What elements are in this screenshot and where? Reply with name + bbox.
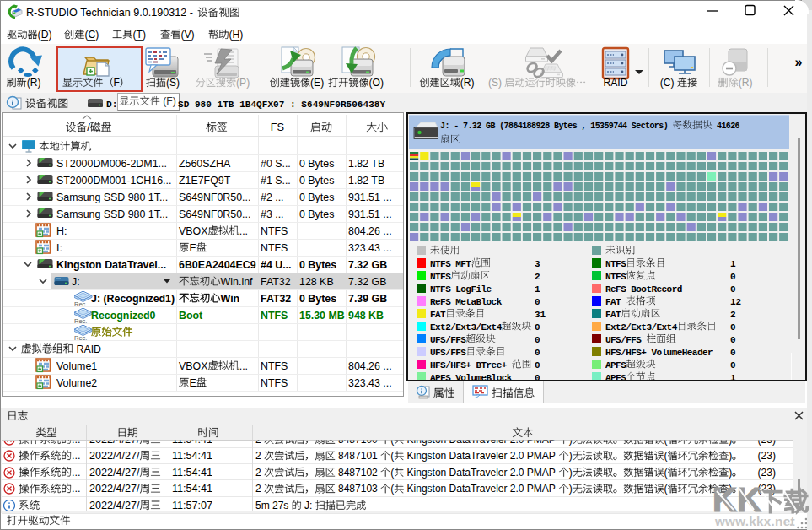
svg-text:Win.inf: Win.inf [221,276,253,288]
svg-text:(S): (S) [488,77,504,89]
svg-text:F: F [114,77,120,89]
svg-text:E: E [189,377,196,389]
svg-text:0 Bytes: 0 Bytes [299,208,334,220]
svg-text:(23): (23) [758,450,777,462]
svg-text:(23): (23) [758,434,777,446]
svg-text:(: ( [390,483,394,495]
svg-text:): ) [569,434,573,446]
svg-text:#1 S...: #1 S... [261,175,291,187]
svg-text:S649NF0R50...: S649NF0R50... [179,192,250,203]
svg-text:(R): (R) [460,77,475,89]
svg-text:11:54:41: 11:54:41 [172,434,212,446]
svg-text:Kingston DataTraveler 2.0 PMAP: Kingston DataTraveler 2.0 PMAP [404,483,558,495]
svg-text:(O): (O) [369,77,384,89]
svg-text:): ) [569,467,573,479]
svg-text:www.kkx.net: www.kkx.net [714,514,795,528]
svg-text:0: 0 [730,322,736,333]
svg-text:(R): (R) [739,77,753,89]
svg-text:0 Bytes: 0 Bytes [299,259,336,271]
svg-text:): ) [729,434,732,446]
svg-text:S649NF0R50...: S649NF0R50... [179,208,250,220]
svg-text:1: 1 [535,284,540,295]
svg-text:#3 ...: #3 ... [261,208,284,220]
svg-text:(F): (F) [160,95,176,107]
svg-text:12: 12 [730,297,741,307]
svg-text:5m 27s: 5m 27s [255,500,292,511]
svg-text:(R): (R) [27,77,41,89]
svg-text:0: 0 [730,284,736,295]
svg-text:RAID: RAID [73,343,101,355]
svg-text:Boot: Boot [179,310,202,322]
svg-text:0: 0 [535,335,540,345]
svg-text:0: 0 [535,360,540,370]
svg-text:0: 0 [535,373,540,383]
svg-text:): ) [729,467,732,479]
svg-text:6B0EA2404EC9: 6B0EA2404EC9 [179,259,256,271]
svg-text:VBOX: VBOX [179,360,207,372]
svg-text:3: 3 [535,259,540,269]
svg-text:»: » [795,55,803,69]
svg-text:2: 2 [730,310,736,320]
svg-text:Kingston DataTravel...: Kingston DataTravel... [56,259,166,271]
svg-text:(: ( [390,467,394,479]
svg-text:NTFS: NTFS [261,377,288,389]
svg-text:931.51 ...: 931.51 ... [348,208,392,220]
svg-text:): ) [569,450,573,462]
svg-text:FAT: FAT [430,310,446,320]
svg-text:0: 0 [535,322,540,333]
svg-text:Win: Win [221,293,240,305]
svg-text:8487101: 8487101 [336,450,380,462]
svg-text:NTFS: NTFS [605,272,626,282]
svg-text:7.32 GB: 7.32 GB [348,276,386,288]
svg-text:0: 0 [730,360,736,370]
svg-text:8487103: 8487103 [336,483,380,495]
svg-text:1.82 TB: 1.82 TB [348,175,384,187]
svg-text:NTFS: NTFS [261,360,288,372]
svg-text:R-STUDIO Technician 9.0.190312: R-STUDIO Technician 9.0.190312 - [26,7,196,19]
svg-text:...: ... [239,225,248,237]
svg-text:(H): (H) [229,29,243,41]
svg-text:11:54:41: 11:54:41 [172,467,212,479]
svg-text:...: ... [72,467,81,479]
svg-text:APFS VolumeBlock: APFS VolumeBlock [430,373,513,383]
svg-text:15.30 MB: 15.30 MB [299,310,345,322]
svg-text:0: 0 [730,272,736,282]
svg-text:0 Bytes: 0 Bytes [299,293,336,305]
svg-text:(C): (C) [84,29,99,41]
svg-text:11:54:41: 11:54:41 [172,483,212,495]
svg-text:ReFS BootRecord: ReFS BootRecord [605,284,682,295]
svg-text:Kingston DataTraveler 2.0 PMAP: Kingston DataTraveler 2.0 PMAP [404,467,558,479]
svg-text:931.51 ...: 931.51 ... [348,192,392,203]
svg-text:2022/4/27/: 2022/4/27/ [89,434,140,446]
svg-text:2: 2 [255,450,264,462]
svg-text:.: . [789,514,793,528]
svg-text:(: ( [664,434,668,446]
svg-text:Volume2: Volume2 [56,377,97,389]
svg-text:RAID: RAID [604,77,628,89]
svg-text:0 Bytes: 0 Bytes [299,158,334,170]
svg-text:UFS/FFS: UFS/FFS [430,348,466,358]
svg-text:8487100: 8487100 [336,434,380,446]
svg-text:2: 2 [255,467,264,479]
svg-text:NTFS: NTFS [261,242,288,254]
svg-text:(C): (C) [660,77,677,89]
svg-text:7.39 GB: 7.39 GB [348,293,387,305]
svg-text:0: 0 [730,335,736,345]
svg-text:Ext2/Ext3/Ext4: Ext2/Ext3/Ext4 [430,322,503,333]
svg-text:2: 2 [255,483,264,495]
svg-text:NTFS: NTFS [261,310,288,322]
svg-text:...: ... [72,450,81,462]
svg-text:(P): (P) [236,77,250,89]
svg-text:1.82 TB: 1.82 TB [348,158,384,170]
svg-text:(T): (T) [132,29,146,41]
svg-text:(: ( [390,434,394,446]
svg-text:H:: H: [56,225,67,237]
svg-text:APFS: APFS [605,373,626,383]
svg-text:0 Bytes: 0 Bytes [299,175,334,187]
svg-text:FAT32: FAT32 [261,293,291,305]
svg-text:8487102: 8487102 [336,467,380,479]
svg-text:#2 ...: #2 ... [261,192,284,203]
svg-text:J: (Recognized1): J: (Recognized1) [91,293,175,305]
svg-text:804.26 ...: 804.26 ... [348,225,392,237]
svg-text:NTFS LogFile: NTFS LogFile [430,284,492,295]
